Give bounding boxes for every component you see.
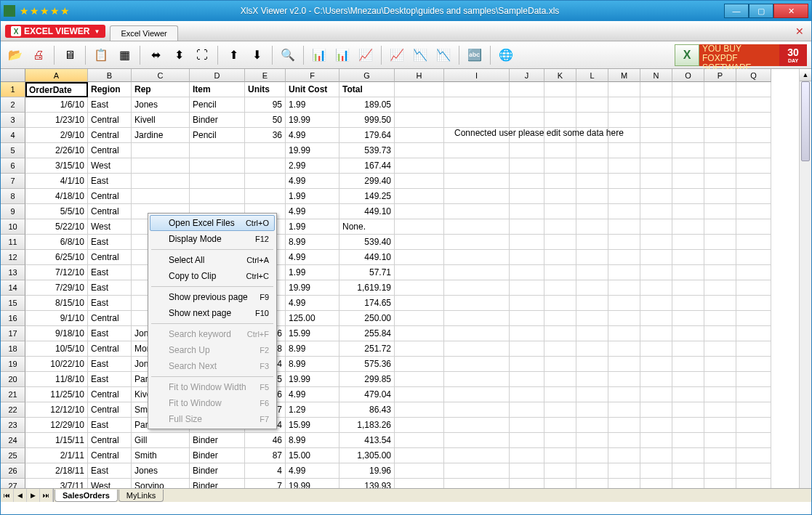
data-cell[interactable]: [672, 296, 704, 311]
data-cell[interactable]: [395, 357, 444, 372]
data-cell[interactable]: [672, 174, 704, 189]
data-cell[interactable]: [736, 448, 771, 463]
data-cell[interactable]: Central: [88, 204, 132, 219]
data-cell[interactable]: West: [88, 219, 132, 235]
data-cell[interactable]: [640, 402, 672, 418]
data-cell[interactable]: [640, 250, 672, 265]
data-cell[interactable]: Central: [88, 341, 132, 357]
data-cell[interactable]: [640, 311, 672, 326]
data-cell[interactable]: 8/15/10: [25, 296, 88, 311]
data-cell[interactable]: [510, 158, 544, 174]
data-cell[interactable]: [736, 250, 771, 265]
data-cell[interactable]: [608, 311, 640, 326]
data-cell[interactable]: [576, 143, 608, 158]
data-cell[interactable]: 167.44: [339, 158, 395, 174]
data-cell[interactable]: [544, 448, 576, 463]
grid[interactable]: ABCDEFGHIJKLMNOPQ1OrderDateRegionRepItem…: [1, 69, 811, 494]
data-cell[interactable]: [132, 158, 190, 174]
data-cell[interactable]: [190, 174, 245, 189]
data-cell[interactable]: [672, 463, 704, 479]
row-header[interactable]: 16: [1, 311, 25, 326]
column-header-F[interactable]: F: [286, 69, 339, 82]
data-cell[interactable]: [704, 311, 736, 326]
tab-excel-viewer[interactable]: Excel Viewer: [110, 25, 177, 41]
data-cell[interactable]: 1.99: [286, 189, 339, 204]
data-cell[interactable]: 1,183.26: [339, 418, 395, 433]
data-cell[interactable]: [395, 448, 444, 463]
data-cell[interactable]: [704, 235, 736, 250]
data-cell[interactable]: [672, 341, 704, 357]
header-cell[interactable]: [544, 82, 576, 97]
data-cell[interactable]: 4/1/10: [25, 174, 88, 189]
data-cell[interactable]: [640, 158, 672, 174]
data-cell[interactable]: [395, 372, 444, 387]
data-cell[interactable]: [672, 204, 704, 219]
data-cell[interactable]: 5/22/10: [25, 219, 88, 235]
data-cell[interactable]: [395, 113, 444, 128]
data-cell[interactable]: [640, 433, 672, 448]
header-cell[interactable]: [608, 82, 640, 97]
data-cell[interactable]: East: [88, 296, 132, 311]
data-cell[interactable]: [395, 265, 444, 280]
data-cell[interactable]: [395, 128, 444, 143]
row-header[interactable]: 2: [1, 97, 25, 113]
data-cell[interactable]: [395, 235, 444, 250]
data-cell[interactable]: [640, 463, 672, 479]
data-cell[interactable]: 10/5/10: [25, 341, 88, 357]
data-cell[interactable]: [736, 189, 771, 204]
data-cell[interactable]: 149.25: [339, 189, 395, 204]
next-sheet-button[interactable]: ▶: [27, 489, 40, 502]
data-cell[interactable]: [395, 341, 444, 357]
row-header[interactable]: 25: [1, 448, 25, 463]
data-cell[interactable]: [608, 219, 640, 235]
data-cell[interactable]: [608, 372, 640, 387]
data-cell[interactable]: 1.29: [286, 402, 339, 418]
menu-item-show-next-page[interactable]: Show next pageF10: [150, 305, 275, 321]
chart-4-button[interactable]: 📈: [387, 45, 407, 65]
column-header-B[interactable]: B: [88, 69, 132, 82]
data-cell[interactable]: Binder: [190, 448, 245, 463]
data-cell[interactable]: 87: [245, 448, 286, 463]
data-cell[interactable]: 10/22/10: [25, 357, 88, 372]
prev-sheet-button[interactable]: ◀: [14, 489, 27, 502]
data-cell[interactable]: [576, 189, 608, 204]
data-cell[interactable]: 86.43: [339, 402, 395, 418]
data-cell[interactable]: [576, 158, 608, 174]
data-cell[interactable]: [672, 250, 704, 265]
data-cell[interactable]: 4.99: [286, 174, 339, 189]
select-all-button[interactable]: ▦: [114, 45, 134, 65]
scroll-thumb[interactable]: [801, 81, 810, 161]
data-cell[interactable]: [608, 280, 640, 296]
tab-close-icon[interactable]: ✕: [795, 25, 804, 37]
data-cell[interactable]: [704, 463, 736, 479]
open-file-button[interactable]: 📂: [5, 45, 25, 65]
data-cell[interactable]: [510, 280, 544, 296]
data-cell[interactable]: [640, 372, 672, 387]
next-page-button[interactable]: ⬇: [246, 45, 267, 65]
data-cell[interactable]: [395, 189, 444, 204]
data-cell[interactable]: [736, 433, 771, 448]
data-cell[interactable]: [608, 326, 640, 341]
data-cell[interactable]: [608, 143, 640, 158]
data-cell[interactable]: 4/18/10: [25, 189, 88, 204]
data-cell[interactable]: 46: [245, 433, 286, 448]
data-cell[interactable]: [444, 280, 510, 296]
data-cell[interactable]: [132, 174, 190, 189]
data-cell[interactable]: [544, 418, 576, 433]
data-cell[interactable]: 3/15/10: [25, 158, 88, 174]
data-cell[interactable]: [736, 280, 771, 296]
row-header[interactable]: 21: [1, 387, 25, 402]
data-cell[interactable]: [444, 265, 510, 280]
data-cell[interactable]: [544, 204, 576, 219]
data-cell[interactable]: 2/26/10: [25, 143, 88, 158]
data-cell[interactable]: [576, 235, 608, 250]
data-cell[interactable]: [608, 158, 640, 174]
data-cell[interactable]: [576, 357, 608, 372]
data-cell[interactable]: 19.99: [286, 143, 339, 158]
data-cell[interactable]: [444, 326, 510, 341]
data-cell[interactable]: 9/1/10: [25, 311, 88, 326]
data-cell[interactable]: [444, 372, 510, 387]
data-cell[interactable]: [608, 265, 640, 280]
data-cell[interactable]: [444, 296, 510, 311]
header-cell[interactable]: [736, 82, 771, 97]
